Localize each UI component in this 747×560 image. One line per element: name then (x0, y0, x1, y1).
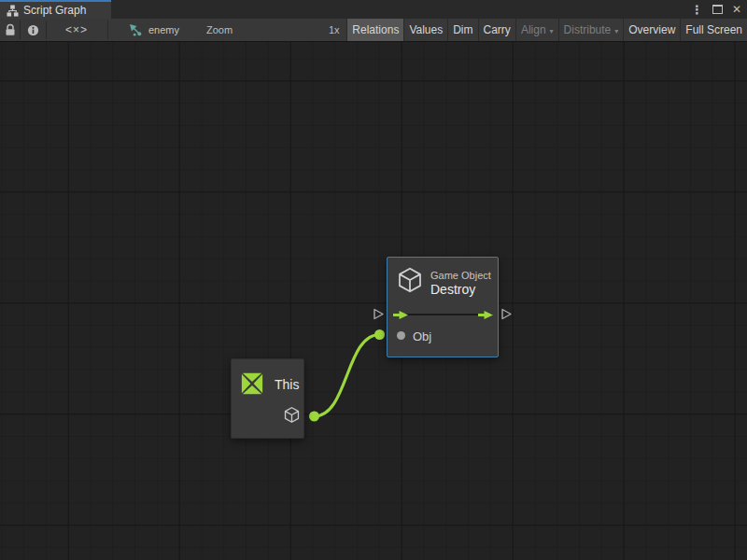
relations-button[interactable]: Relations (346, 19, 403, 41)
toolbar-buttons: Relations Values Dim Carry Align▾ Distri… (346, 19, 747, 41)
overview-button[interactable]: Overview (623, 19, 680, 41)
maximize-icon[interactable] (712, 5, 723, 14)
this-output-port[interactable] (309, 412, 319, 422)
zoom-label: Zoom (206, 19, 233, 41)
flow-output-port[interactable] (500, 308, 513, 320)
window-controls: ⋮ ✕ (691, 0, 741, 19)
zoom-value: 1x (329, 19, 340, 41)
script-graph-window: Script Graph ⋮ ✕ <×> (0, 0, 747, 560)
carry-button[interactable]: Carry (478, 19, 515, 41)
tab-script-graph[interactable]: Script Graph (0, 0, 111, 19)
cube-icon (283, 406, 301, 424)
script-graph-icon (7, 5, 19, 17)
tab-bar: Script Graph ⋮ ✕ (0, 0, 747, 19)
graph-breadcrumb[interactable]: enemy (129, 19, 179, 41)
chevron-down-icon: ▾ (550, 27, 554, 35)
cube-icon (396, 266, 424, 294)
obj-value-dot (397, 331, 405, 340)
converge-icon (240, 371, 264, 396)
dim-button[interactable]: Dim (447, 19, 477, 41)
node-category: Game Object (430, 270, 491, 281)
toolbar-separator (107, 21, 108, 39)
node-destroy[interactable]: Game Object Destroy Obj (387, 257, 499, 357)
align-dropdown[interactable]: Align▾ (515, 19, 558, 41)
fullscreen-button[interactable]: Full Screen (680, 19, 747, 41)
flow-arrow-icon (478, 311, 493, 319)
close-icon[interactable]: ✕ (732, 4, 741, 15)
flow-arrow-icon (393, 311, 408, 319)
obj-input-port-connected[interactable] (374, 329, 385, 340)
graph-canvas[interactable]: This Game Object Destroy Obj (0, 42, 747, 560)
node-title: Destroy (430, 282, 475, 297)
wire-layer (0, 42, 747, 560)
graph-name: enemy (148, 24, 179, 35)
info-button[interactable] (21, 19, 46, 41)
code-toggle-icon: <×> (65, 23, 88, 36)
values-button[interactable]: Values (403, 19, 447, 41)
flow-input-port[interactable] (373, 308, 385, 320)
node-this[interactable]: This (231, 358, 304, 439)
code-toggle-button[interactable]: <×> (47, 19, 106, 41)
window-menu-icon[interactable]: ⋮ (691, 4, 703, 16)
obj-port-label: Obj (413, 329, 431, 343)
distribute-dropdown[interactable]: Distribute▾ (558, 19, 624, 41)
tab-title: Script Graph (23, 4, 86, 17)
toolbar: <×> enemy Zoom 1x Relations Values Dim C… (0, 19, 747, 42)
chevron-down-icon: ▾ (614, 27, 618, 35)
graph-asset-icon (129, 23, 143, 37)
info-icon (27, 24, 39, 36)
connection-wire[interactable] (315, 335, 380, 417)
lock-icon (5, 23, 16, 36)
node-title: This (275, 377, 299, 392)
lock-button[interactable] (0, 19, 20, 41)
